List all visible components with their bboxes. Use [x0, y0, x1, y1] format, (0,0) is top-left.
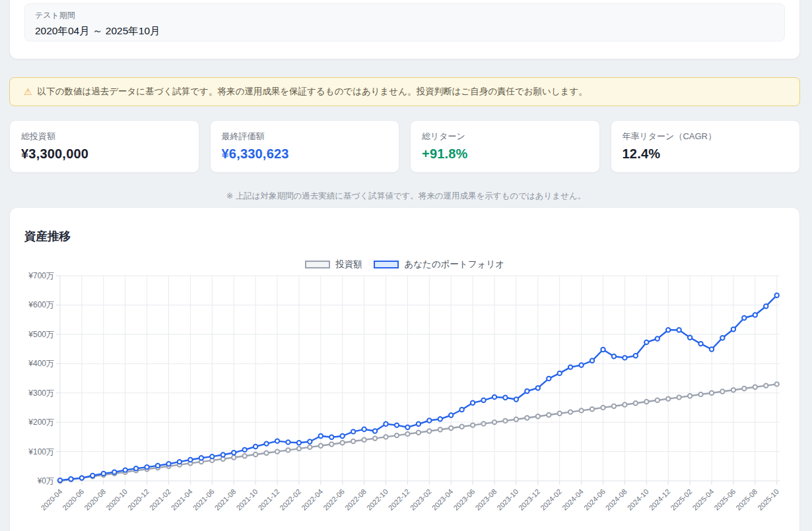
- warning-text: 以下の数値は過去データに基づく試算です。将来の運用成果を保証するものではありませ…: [38, 86, 588, 98]
- svg-text:¥100万: ¥100万: [28, 447, 54, 456]
- svg-text:2021-08: 2021-08: [213, 487, 238, 512]
- test-period-card: テスト期間 2020年04月 ～ 2025年10月: [9, 0, 800, 59]
- svg-text:2021-10: 2021-10: [234, 487, 259, 512]
- svg-text:¥200万: ¥200万: [28, 418, 54, 427]
- stat-label: 最終評価額: [222, 131, 388, 142]
- asset-chart: ¥700万¥600万¥500万¥400万¥300万¥200万¥100万¥0万20…: [10, 268, 801, 531]
- svg-text:2023-04: 2023-04: [430, 487, 455, 512]
- stat-card-final-value: 最終評価額 ¥6,330,623: [210, 120, 400, 173]
- svg-text:2025-04: 2025-04: [691, 487, 715, 512]
- svg-text:2021-06: 2021-06: [191, 487, 216, 512]
- stat-label: 年率リターン（CAGR）: [623, 131, 789, 142]
- svg-text:¥400万: ¥400万: [28, 359, 54, 368]
- svg-text:2023-12: 2023-12: [517, 487, 541, 512]
- stat-card-cagr: 年率リターン（CAGR） 12.4%: [611, 120, 801, 173]
- svg-text:2023-06: 2023-06: [452, 487, 476, 512]
- svg-text:2022-06: 2022-06: [321, 487, 346, 512]
- svg-text:2024-02: 2024-02: [539, 487, 563, 512]
- svg-text:¥0万: ¥0万: [37, 476, 54, 485]
- stat-card-total-invested: 総投資額 ¥3,300,000: [9, 120, 199, 173]
- stat-value: 12.4%: [623, 146, 789, 162]
- svg-text:2024-06: 2024-06: [582, 487, 607, 512]
- warning-banner: ⚠ 以下の数値は過去データに基づく試算です。将来の運用成果を保証するものではあり…: [9, 77, 800, 106]
- svg-text:2024-04: 2024-04: [560, 487, 585, 512]
- svg-text:2022-04: 2022-04: [300, 487, 324, 512]
- svg-text:2023-02: 2023-02: [409, 487, 433, 512]
- asset-chart-card: 資産推移 投資額 あなたのポートフォリオ ¥700万¥600万¥500万¥400…: [9, 207, 800, 531]
- svg-text:2020-08: 2020-08: [83, 487, 107, 512]
- svg-text:2021-02: 2021-02: [148, 487, 172, 512]
- test-period-label: テスト期間: [35, 10, 774, 21]
- test-period-value: 2020年04月 ～ 2025年10月: [35, 24, 774, 38]
- stats-row: 総投資額 ¥3,300,000 最終評価額 ¥6,330,623 総リターン +…: [9, 120, 800, 173]
- stat-value: +91.8%: [422, 146, 588, 162]
- svg-text:2020-12: 2020-12: [126, 487, 151, 512]
- svg-text:2025-06: 2025-06: [712, 487, 737, 512]
- svg-text:2024-12: 2024-12: [648, 487, 672, 512]
- svg-text:¥300万: ¥300万: [28, 389, 54, 398]
- svg-text:2021-12: 2021-12: [256, 487, 281, 512]
- svg-text:2025-02: 2025-02: [669, 487, 693, 512]
- svg-text:2023-08: 2023-08: [473, 487, 498, 512]
- svg-text:¥500万: ¥500万: [28, 330, 54, 339]
- svg-text:2024-08: 2024-08: [604, 487, 628, 512]
- svg-text:2025-08: 2025-08: [734, 487, 759, 512]
- disclaimer-note: ※ 上記は対象期間の過去実績に基づく試算値です。将来の運用成果を示すものではあり…: [0, 191, 812, 202]
- test-period-box: テスト期間 2020年04月 ～ 2025年10月: [24, 3, 785, 42]
- stat-value: ¥3,300,000: [21, 146, 187, 162]
- svg-text:2022-12: 2022-12: [387, 487, 411, 512]
- svg-text:2021-04: 2021-04: [170, 487, 194, 512]
- stat-card-total-return: 総リターン +91.8%: [410, 120, 600, 173]
- svg-text:¥700万: ¥700万: [28, 271, 54, 280]
- stat-label: 総投資額: [21, 131, 187, 142]
- svg-text:¥600万: ¥600万: [28, 300, 54, 309]
- svg-text:2022-10: 2022-10: [365, 487, 389, 512]
- svg-text:2022-08: 2022-08: [343, 487, 368, 512]
- svg-text:2025-10: 2025-10: [756, 487, 780, 512]
- svg-text:2020-04: 2020-04: [39, 487, 63, 512]
- svg-text:2020-10: 2020-10: [104, 487, 129, 512]
- chart-title: 資産推移: [24, 228, 71, 244]
- svg-text:2024-10: 2024-10: [626, 487, 650, 512]
- svg-text:2022-02: 2022-02: [278, 487, 302, 512]
- warning-icon: ⚠: [24, 86, 32, 97]
- stat-label: 総リターン: [422, 131, 588, 142]
- svg-text:2020-06: 2020-06: [61, 487, 85, 512]
- svg-text:2023-10: 2023-10: [495, 487, 520, 512]
- stat-value: ¥6,330,623: [222, 146, 388, 162]
